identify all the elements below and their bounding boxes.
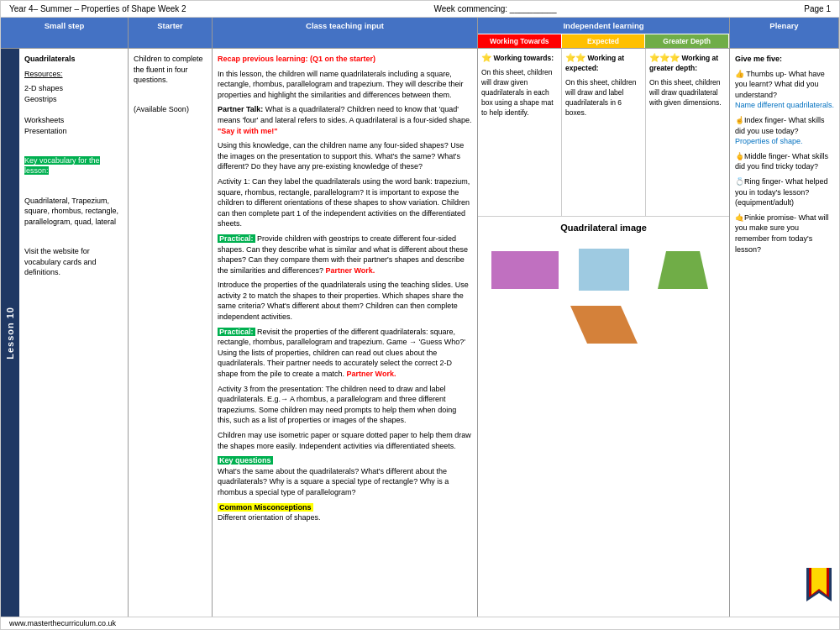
partner-talk: Partner Talk: What is a quadrilateral? C… xyxy=(218,104,472,136)
small-step-column: Quadrilaterals Resources: 2-D shapesGeos… xyxy=(19,49,129,617)
key-questions: Key questions What's the same about the … xyxy=(218,455,472,497)
quad-image-title: Quadrilateral image xyxy=(483,222,724,234)
resources-label: Resources: xyxy=(24,70,63,78)
shape-parallelogram-blue xyxy=(575,244,633,295)
rectangle-svg xyxy=(491,247,559,293)
trapezium-svg xyxy=(649,247,717,293)
thumbs-text: 👍 Thumbs up- What have you learnt? What … xyxy=(735,69,834,111)
website-note: Visit the website for vocabulary cards a… xyxy=(24,246,123,278)
activity1: Activity 1: Can they label the quadrilat… xyxy=(218,176,472,229)
key-vocab-label: Key vocabulary for the lesson: xyxy=(24,156,100,176)
gd-text: On this sheet, children will draw quadri… xyxy=(649,78,726,108)
working-towards-col: ⭐ Working towards: On this sheet, childr… xyxy=(478,49,562,216)
pencil-bookmark xyxy=(806,568,832,605)
greater-depth-col: ⭐⭐⭐ Working at greater depth: On this sh… xyxy=(646,49,729,216)
expected-col: ⭐⭐ Working at expected: On this sheet, c… xyxy=(562,49,646,216)
column-headers: Small step Starter Class teaching input … xyxy=(1,18,839,49)
para3: Introduce the properties of the quadrila… xyxy=(218,280,472,322)
lesson-sidebar: Lesson 10 xyxy=(1,49,19,617)
para2: Using this knowledge, can the children n… xyxy=(218,140,472,172)
starter-column: Children to complete the fluent in four … xyxy=(129,49,213,617)
independent-column: ⭐ Working towards: On this sheet, childr… xyxy=(478,49,730,617)
svg-marker-2 xyxy=(658,251,708,289)
exp-text: On this sheet, children will draw and la… xyxy=(565,78,642,118)
col-header-plenary: Plenary xyxy=(730,18,839,48)
lesson-number: Lesson 10 xyxy=(5,307,15,360)
sub-header-expected: Expected xyxy=(562,34,646,48)
quad-image-area: Quadrilateral image xyxy=(478,217,729,356)
starter-text: Children to complete the fluent in four … xyxy=(134,54,207,86)
plenary-title: Give me five: xyxy=(735,55,782,63)
activity3: Activity 3 from the presentation: The ch… xyxy=(218,384,472,426)
practical1: Practical: Provide children with geostri… xyxy=(218,234,472,276)
quadrilaterals-title: Quadrilaterals xyxy=(24,55,76,63)
para4: Children may use isometric paper or squa… xyxy=(218,430,472,451)
misconceptions: Common Misconceptions Different orientat… xyxy=(218,502,472,523)
wt-text: On this sheet, children will draw given … xyxy=(481,68,558,118)
page-footer: www.masterthecurriculum.co.uk xyxy=(1,617,839,629)
svg-marker-3 xyxy=(570,306,638,344)
practical2: Practical: Revisit the properties of the… xyxy=(218,327,472,380)
bookmark-svg xyxy=(806,568,832,601)
parallelogram-svg xyxy=(570,302,638,348)
header-page: Page 1 xyxy=(804,4,831,13)
sub-header-working-towards: Working Towards xyxy=(478,34,562,48)
col-header-starter: Starter xyxy=(129,18,213,48)
main-content: Lesson 10 Quadrilaterals Resources: 2-D … xyxy=(1,49,839,617)
col-header-small-step: Small step xyxy=(1,18,129,48)
para1: In this lesson, the children will name q… xyxy=(218,69,472,101)
ring-text: 💍Ring finger- What helped you in today's… xyxy=(735,176,834,208)
gd-stars: ⭐⭐⭐ xyxy=(649,53,680,62)
page-header: Year 4– Summer – Properties of Shape Wee… xyxy=(1,1,839,18)
shapes-grid xyxy=(483,241,724,351)
header-title: Year 4– Summer – Properties of Shape Wee… xyxy=(9,4,186,13)
blue-shape-svg xyxy=(575,244,633,295)
plenary-column: Give me five: 👍 Thumbs up- What have you… xyxy=(730,49,839,617)
shape-trapezium-green xyxy=(649,244,717,295)
shape-parallelogram-orange xyxy=(570,302,638,348)
recap-label: Recap previous learning: (Q1 on the star… xyxy=(218,55,375,63)
class-teaching-column: Recap previous learning: (Q1 on the star… xyxy=(213,49,478,617)
vocab-list: Quadrilateral, Trapezium, square, rhombu… xyxy=(24,196,123,228)
available-soon: (Available Soon) xyxy=(134,104,207,115)
wt-star: ⭐ xyxy=(481,53,491,62)
footer-text: www.masterthecurriculum.co.uk xyxy=(9,619,116,627)
header-week: Week commencing: __________ xyxy=(433,4,556,13)
pinkie-text: 🤙Pinkie promise- What will you make sure… xyxy=(735,213,834,255)
middle-text: 🖕Middle finger- What skills did you find… xyxy=(735,151,834,172)
exp-stars: ⭐⭐ xyxy=(565,53,585,62)
svg-rect-0 xyxy=(491,251,559,289)
index-text: ☝Index finger- What skills did you use t… xyxy=(735,115,834,147)
col-header-class-teaching: Class teaching input xyxy=(213,18,478,48)
resources-list: 2-D shapesGeostripsWorksheetsPresentatio… xyxy=(24,83,123,136)
sub-header-greater-depth: Greater Depth xyxy=(645,34,729,48)
col-header-independent: Independent learning Working Towards Exp… xyxy=(478,18,730,48)
svg-rect-1 xyxy=(579,249,629,291)
shape-rectangle xyxy=(491,244,559,295)
